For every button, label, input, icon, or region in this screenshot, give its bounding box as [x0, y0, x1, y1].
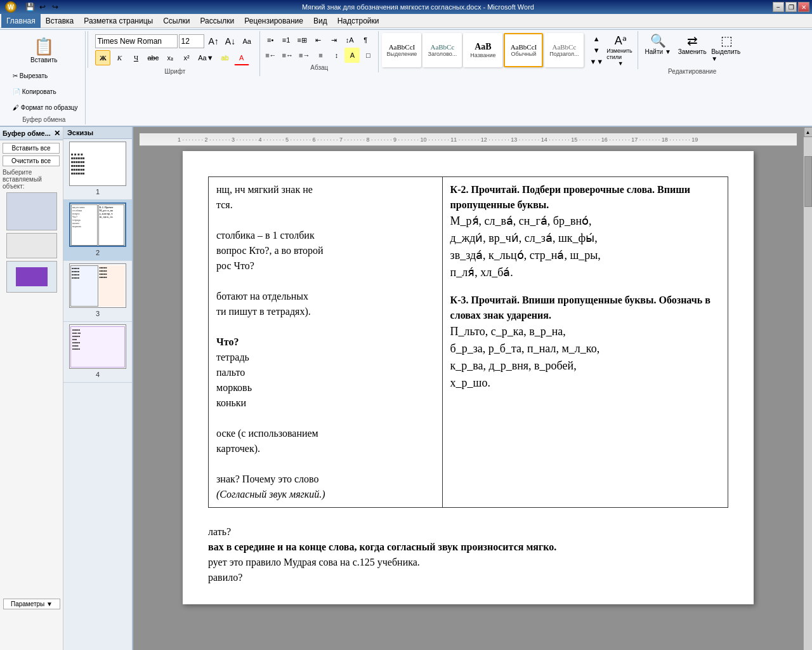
- redo-quick-btn[interactable]: ↪: [49, 1, 61, 13]
- multilevel-btn[interactable]: ≡⊞: [294, 32, 310, 48]
- clipboard-panel: Буфер обме... ✕ Вставить все Очистить вс…: [0, 127, 63, 650]
- select-btn[interactable]: ⬚ Выделить ▼: [710, 32, 742, 67]
- save-quick-btn[interactable]: 💾: [24, 1, 36, 13]
- show-hide-btn[interactable]: ¶: [358, 32, 373, 48]
- para-list-row: ≡• ≡1 ≡⊞ ⇤ ⇥ ↕A ¶: [263, 32, 376, 48]
- line-spacing-btn[interactable]: ↕: [329, 48, 344, 63]
- menu-review[interactable]: Рецензирование: [239, 14, 308, 28]
- paste-all-btn[interactable]: Вставить все: [3, 143, 60, 154]
- styles-expand[interactable]: ▼▼: [587, 56, 606, 67]
- clear-all-btn[interactable]: Очистить все: [3, 156, 60, 166]
- undo-quick-btn[interactable]: ↩: [37, 1, 48, 13]
- shading-btn[interactable]: A: [344, 48, 360, 63]
- strikethrough-btn[interactable]: abc: [145, 50, 161, 65]
- ribbon: 📋 Вставить ✂ Вырезать 📄 Копировать 🖌 Фор…: [0, 28, 812, 127]
- change-styles-icon: Aᵃ: [615, 34, 627, 48]
- align-center-btn[interactable]: ≡↔: [280, 48, 296, 63]
- paste-button[interactable]: 📋 Вставить: [29, 32, 59, 68]
- minimize-btn[interactable]: −: [773, 2, 784, 12]
- find-btn[interactable]: 🔍 Найти ▼: [642, 32, 674, 67]
- font-name-select[interactable]: [95, 34, 178, 48]
- thumb-content-4: ■■■■■■■■ ■■■■■■■■■■■■■■■■■■■■■■■■: [70, 326, 126, 368]
- format-painter-button[interactable]: 🖌 Формат по образцу: [10, 100, 80, 115]
- left-line12: коньки: [216, 397, 246, 408]
- thumb-page-1[interactable]: ■ ■ ■ ■■■■■■■■■■■■■■■■■■■■■■■■■■■■■■■ 1: [63, 139, 132, 200]
- window-controls: − ❐ ✕: [773, 2, 809, 12]
- style-heading1[interactable]: AaBbCc Заголово...: [422, 33, 462, 67]
- highlight-color-btn[interactable]: ab: [218, 50, 233, 65]
- thumb-page-2[interactable]: нщ нч мягкстолбикавопросЧто?тетрадьпальт…: [63, 200, 132, 261]
- find-icon: 🔍: [650, 33, 666, 48]
- scroll-up-btn[interactable]: ▲: [804, 127, 813, 137]
- increase-indent-btn[interactable]: ⇥: [326, 32, 341, 48]
- menu-mailings[interactable]: Рассылки: [195, 14, 239, 28]
- clipboard-item-2[interactable]: [6, 233, 57, 258]
- shrink-font-btn[interactable]: A↓: [223, 34, 238, 49]
- bullets-btn[interactable]: ≡•: [263, 32, 278, 48]
- style-normal[interactable]: AaBbCcI Выделение: [382, 33, 421, 67]
- styles-scroll: ▲ ▼ ▼▼: [587, 33, 606, 67]
- style-normal-preview: AaBbCcI: [389, 43, 416, 51]
- clipboard-close-btn[interactable]: ✕: [54, 129, 60, 138]
- replace-icon: ⇄: [687, 33, 698, 48]
- change-case-btn[interactable]: Aa▼: [195, 50, 216, 65]
- styles-scroll-down[interactable]: ▼: [587, 44, 606, 56]
- thumb-num-2: 2: [96, 249, 100, 256]
- grow-font-btn[interactable]: A↑: [206, 34, 221, 49]
- style-body-text[interactable]: AaBbCcI Обычный: [504, 33, 543, 67]
- font-color-btn[interactable]: A: [234, 50, 249, 65]
- align-right-btn[interactable]: ≡→: [296, 48, 312, 63]
- border-btn[interactable]: □: [360, 48, 376, 63]
- menu-references[interactable]: Ссылки: [158, 14, 195, 28]
- replace-btn[interactable]: ⇄ Заменить: [676, 32, 708, 67]
- cut-button[interactable]: ✂ Вырезать: [10, 68, 80, 83]
- styles-scroll-up[interactable]: ▲: [587, 33, 606, 44]
- editing-group: 🔍 Найти ▼ ⇄ Заменить ⬚ Выделить ▼ Редакт…: [638, 31, 746, 76]
- italic-btn[interactable]: К: [112, 50, 127, 65]
- superscript-btn[interactable]: x²: [179, 50, 194, 65]
- justify-btn[interactable]: ≡: [313, 48, 328, 63]
- clear-format-btn[interactable]: Aa: [239, 34, 254, 49]
- k3-text2: б_р_за, р_б_та, п_нал, м_л_ко,: [450, 342, 600, 355]
- numbering-btn[interactable]: ≡1: [278, 32, 294, 48]
- font-controls: A↑ A↓ Aa Ж К Ч abc x₂ x² Aa▼ ab A: [93, 32, 257, 67]
- restore-btn[interactable]: ❐: [785, 2, 797, 12]
- change-styles-label: Изменить стили: [606, 48, 634, 60]
- params-btn[interactable]: Параметры ▼: [3, 599, 60, 609]
- close-btn[interactable]: ✕: [798, 2, 809, 12]
- sort-btn[interactable]: ↕A: [342, 32, 357, 48]
- style-heading1-preview: AaBbCc: [430, 43, 454, 51]
- thumbnails-header: Эскизы: [63, 127, 132, 139]
- menu-view[interactable]: Вид: [308, 14, 332, 28]
- scroll-thumb[interactable]: [804, 156, 812, 207]
- app-icon[interactable]: W: [5, 1, 16, 13]
- k2-text3: зв_зда́, к_льцо́, стр_на́, ш_ры,: [450, 249, 601, 262]
- menu-layout[interactable]: Разметка страницы: [79, 14, 158, 28]
- menu-addins[interactable]: Надстройки: [332, 14, 384, 28]
- vertical-scrollbar[interactable]: ▲ ▼: [803, 127, 812, 650]
- document-area[interactable]: 1 · · · · · · · 2 · · · · · · · 3 · · · …: [133, 127, 803, 650]
- document-page[interactable]: нщ, нч мягкий знак не тся. столбика – в …: [183, 151, 754, 604]
- clipboard-item-3[interactable]: [6, 261, 57, 293]
- thumb-page-3[interactable]: ■■■■■■■■■■■■■■■■■■■■ ■■■■■■■■■■■■■■■■■■■…: [63, 261, 132, 322]
- underline-btn[interactable]: Ч: [128, 50, 143, 65]
- clipboard-panel-header: Буфер обме... ✕: [0, 127, 63, 140]
- thumb-page-4[interactable]: ■■■■■■■■ ■■■■■■■■■■■■■■■■■■■■■■■■ 4: [63, 322, 132, 383]
- bold-btn[interactable]: Ж: [95, 50, 110, 65]
- font-size-select[interactable]: [179, 34, 204, 48]
- replace-label: Заменить: [678, 48, 707, 55]
- style-body-preview: AaBbCcI: [511, 43, 537, 51]
- align-left-btn[interactable]: ≡←: [263, 48, 278, 63]
- copy-button[interactable]: 📄 Копировать: [10, 84, 80, 99]
- paragraph-group: ≡• ≡1 ≡⊞ ⇤ ⇥ ↕A ¶ ≡← ≡↔ ≡→ ≡ ↕ A □ Абзац: [260, 31, 379, 72]
- change-styles-btn[interactable]: Aᵃ Изменить стили ▼: [606, 33, 635, 67]
- style-subtitle[interactable]: AaBbCc Подзагол...: [544, 33, 584, 67]
- decrease-indent-btn[interactable]: ⇤: [310, 32, 325, 48]
- scroll-track: [804, 137, 812, 650]
- subscript-btn[interactable]: x₂: [162, 50, 178, 65]
- bottom-p4: равило?: [208, 570, 728, 585]
- menu-home[interactable]: Главная: [1, 14, 41, 28]
- style-title[interactable]: АаВ Название: [463, 33, 502, 67]
- clipboard-item-1[interactable]: [6, 192, 57, 230]
- menu-insert[interactable]: Вставка: [41, 14, 79, 28]
